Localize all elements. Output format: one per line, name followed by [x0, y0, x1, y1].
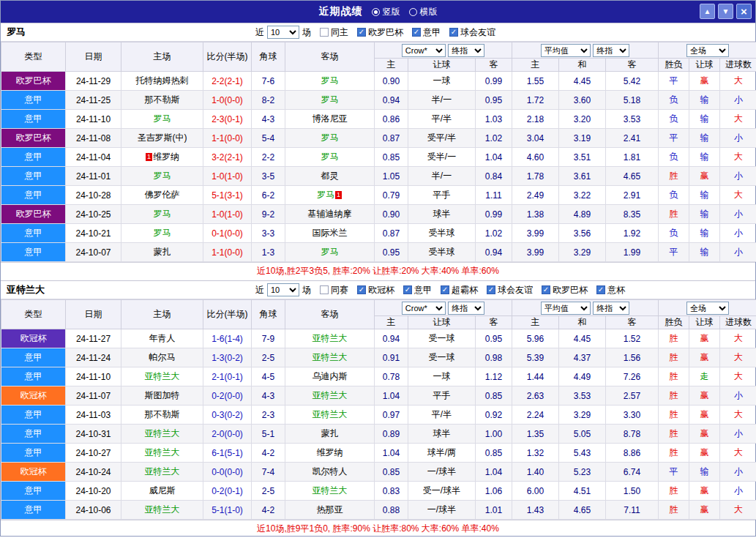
score-cell: 2-0(0-0): [203, 425, 252, 444]
score-cell: 5-1(3-1): [203, 186, 252, 205]
score-cell: 2-3(0-1): [203, 110, 252, 129]
euro-home-odds: 1.72: [512, 91, 559, 110]
results-tbody: 欧罗巴杯24-11-29托特纳姆热刺2-2(2-1)7-6罗马0.90一球0.9…: [1, 72, 756, 262]
scope-select[interactable]: 全场: [686, 302, 729, 315]
filter-checkbox[interactable]: ✓欧冠杯: [357, 284, 394, 296]
checkbox-icon: [320, 28, 329, 37]
handicap-result-cell: 赢: [689, 72, 720, 91]
filter-checkbox[interactable]: ✓球会友谊: [487, 284, 533, 296]
corner-cell: 4-5: [252, 367, 285, 386]
corner-cell: 2-5: [252, 482, 285, 501]
radio-vertical-layout[interactable]: 竖版: [372, 6, 400, 18]
scroll-down-button[interactable]: ▼: [718, 4, 733, 19]
checkbox-icon: ✓: [487, 285, 495, 294]
away-team-name: 凯尔特人: [312, 466, 348, 477]
away-team-name: 维罗纳: [317, 447, 343, 457]
asia-odds-time-select[interactable]: 终指: [448, 302, 484, 315]
checkbox-icon: [320, 285, 329, 294]
match-row: 意甲24-10-28佛罗伦萨5-1(3-1)6-2罗马10.79平手1.112.…: [1, 186, 756, 205]
away-team-name: 罗马: [321, 132, 339, 143]
home-team-name: 帕尔马: [149, 352, 176, 362]
recent-count-select[interactable]: 10: [267, 283, 299, 296]
corner-cell: 7-6: [252, 72, 285, 91]
asia-away-odds: 1.02: [476, 129, 512, 148]
checkbox-label: 欧罗巴杯: [368, 26, 403, 39]
home-team-name: 罗马: [154, 228, 171, 238]
scope-select[interactable]: 全场: [686, 44, 729, 57]
asia-home-odds: 0.94: [375, 91, 408, 110]
filter-checkbox[interactable]: 同赛: [320, 284, 348, 296]
away-team-name: 基辅迪纳摩: [308, 209, 352, 219]
home-team-cell: 那不勒斯: [121, 406, 203, 425]
checkbox-icon: ✓: [357, 285, 366, 294]
column-subheader: 进球数: [720, 316, 756, 329]
score-cell: 1-1(0-0): [203, 243, 252, 262]
score-cell: 2-2(2-1): [203, 72, 252, 91]
checkbox-icon: ✓: [449, 28, 458, 37]
filter-checkbox[interactable]: ✓欧罗巴杯: [542, 284, 588, 296]
team-section-2: 亚特兰大近10场同赛✓欧冠杯✓意甲✓超霸杯✓球会友谊✓欧罗巴杯✓意杯类型日期主场…: [1, 280, 755, 536]
euro-away-odds: 3.53: [606, 110, 659, 129]
away-team-cell: 凯尔特人: [285, 463, 375, 482]
euro-home-odds: 1.43: [512, 501, 559, 520]
filter-checkbox[interactable]: ✓欧罗巴杯: [357, 26, 403, 39]
filter-checkbox[interactable]: ✓意杯: [596, 284, 625, 296]
asia-handicap: 受半/一: [408, 148, 476, 167]
radio-horizontal-layout[interactable]: 横版: [409, 6, 438, 18]
result-cell: 平: [659, 463, 689, 482]
euro-draw-odds: 4.45: [559, 72, 606, 91]
competition-cell: 意甲: [1, 367, 66, 386]
away-team-cell: 罗马: [285, 148, 375, 167]
checkbox-icon: ✓: [596, 285, 605, 294]
away-team-name: 罗马: [317, 190, 334, 200]
asia-home-odds: 0.85: [375, 148, 408, 167]
filter-checkbox[interactable]: ✓意甲: [403, 284, 432, 296]
euro-odds-time-select[interactable]: 终指: [593, 302, 629, 315]
recent-suffix-label: 场: [302, 284, 311, 296]
asia-handicap: 平手: [408, 186, 476, 205]
scroll-up-button[interactable]: ▲: [700, 4, 715, 19]
home-team-cell: 年青人: [121, 329, 203, 348]
filter-checkbox[interactable]: 同主: [320, 26, 348, 39]
euro-draw-odds: 4.37: [559, 348, 606, 367]
euro-draw-odds: 3.29: [559, 243, 606, 262]
competition-cell: 意甲: [1, 501, 66, 520]
euro-away-odds: 2.57: [606, 386, 659, 406]
asia-home-odds: 0.95: [375, 243, 408, 262]
column-subheader: 让球: [689, 59, 720, 72]
corner-cell: 6-2: [252, 186, 285, 205]
recent-count-select[interactable]: 10: [267, 26, 299, 39]
goals-result-cell: 大: [720, 501, 756, 520]
euro-away-odds: 4.65: [606, 167, 659, 186]
score-cell: 1-0(1-0): [203, 205, 252, 224]
asia-odds-header: Crow* 终指: [375, 42, 512, 59]
competition-cell: 意甲: [1, 110, 66, 129]
euro-odds-company-select[interactable]: 平均值: [541, 44, 591, 57]
euro-odds-company-select[interactable]: 平均值: [541, 302, 591, 315]
goals-result-cell: 小: [720, 129, 756, 148]
corner-cell: 9-2: [252, 205, 285, 224]
filter-checkbox[interactable]: ✓意甲: [412, 26, 441, 39]
asia-odds-company-select[interactable]: Crow*: [402, 44, 446, 57]
handicap-result-cell: 赢: [689, 406, 720, 425]
away-team-name: 热那亚: [317, 504, 343, 515]
recent-suffix-label: 场: [302, 26, 311, 39]
filter-checkbox[interactable]: ✓超霸杯: [441, 284, 478, 296]
date-cell: 24-11-04: [66, 148, 121, 167]
home-team-name: 罗马: [154, 113, 171, 124]
home-team-cell: 佛罗伦萨: [121, 186, 203, 205]
euro-odds-time-select[interactable]: 终指: [593, 44, 629, 57]
checkbox-icon: ✓: [441, 285, 449, 294]
result-cell: 负: [659, 91, 689, 110]
filter-checkbox[interactable]: ✓球会友谊: [449, 26, 495, 39]
asia-odds-time-select[interactable]: 终指: [448, 44, 484, 57]
home-team-cell: 亚特兰大: [121, 425, 203, 444]
column-header: 日期: [66, 300, 121, 329]
close-button[interactable]: ×: [736, 4, 752, 19]
asia-odds-company-select[interactable]: Crow*: [402, 302, 446, 315]
home-team-cell: 亚特兰大: [121, 444, 203, 463]
result-cell: 胜: [659, 329, 689, 348]
away-team-cell: 蒙扎: [285, 425, 375, 444]
competition-cell: 意甲: [1, 243, 66, 262]
asia-handicap: 受平/半: [408, 129, 476, 148]
